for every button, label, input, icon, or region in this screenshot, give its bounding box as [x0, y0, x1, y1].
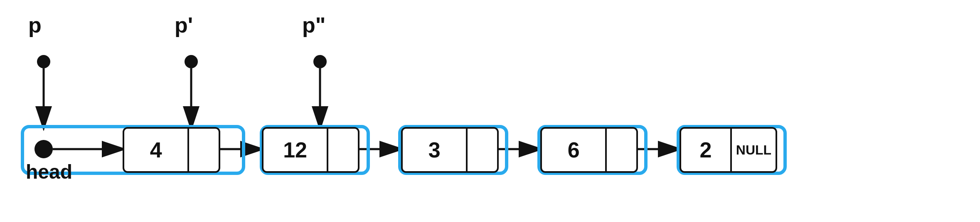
node-4: 4 — [123, 127, 220, 173]
svg-point-8 — [34, 140, 53, 158]
pointer-pprime-label: p' — [175, 12, 193, 37]
pointer-p-label: p — [28, 12, 42, 37]
node-12-pointer — [327, 129, 358, 171]
node-6-pointer — [605, 129, 636, 171]
node-12: 12 — [262, 127, 359, 173]
pointer-pdoubleprime-label: p" — [302, 12, 325, 37]
node-4-value: 4 — [124, 129, 187, 171]
node-2-value: 2 — [681, 129, 730, 171]
node-2-null: NULL — [730, 129, 776, 171]
node-6: 6 — [540, 127, 638, 173]
node-3-pointer — [466, 129, 497, 171]
node-3: 3 — [401, 127, 499, 173]
svg-point-4 — [185, 55, 198, 68]
node-3-value: 3 — [403, 129, 466, 171]
svg-point-2 — [37, 55, 50, 68]
node-2: 2 NULL — [680, 127, 777, 173]
node-4-pointer — [187, 129, 219, 171]
svg-point-6 — [313, 55, 327, 68]
head-label: head — [26, 160, 72, 183]
node-12-value: 12 — [263, 129, 327, 171]
node-6-value: 6 — [542, 129, 605, 171]
